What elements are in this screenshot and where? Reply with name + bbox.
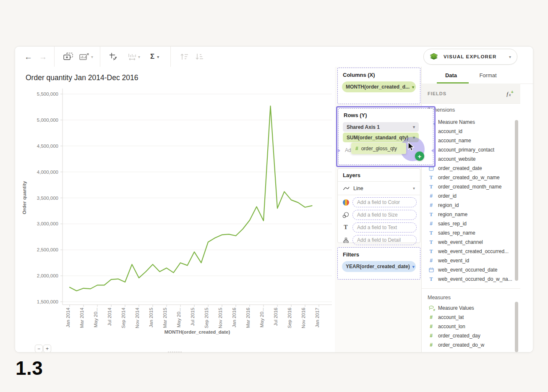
sort-descending-icon[interactable] bbox=[195, 53, 204, 60]
sigma-icon[interactable]: Σ ▾ bbox=[150, 52, 159, 61]
field-item[interactable]: #account_lat bbox=[422, 313, 520, 322]
field-item[interactable]: Tregion_name bbox=[422, 210, 520, 219]
field-item[interactable]: Torder_created_do_w_name bbox=[422, 173, 520, 182]
mouse-cursor-icon bbox=[407, 142, 416, 152]
field-item[interactable]: TMeasure Names bbox=[422, 118, 520, 127]
field-item[interactable]: Taccount_primary_contact bbox=[422, 145, 520, 154]
field-item[interactable]: Tsales_rep_name bbox=[422, 228, 520, 238]
svg-text:4,000,000: 4,000,000 bbox=[37, 170, 58, 175]
svg-text:Mar 2015: Mar 2015 bbox=[162, 308, 167, 328]
color-slot[interactable]: Add a field to Color bbox=[352, 197, 417, 207]
svg-text:May 20...: May 20... bbox=[259, 308, 264, 327]
shelf-resize-handle-left[interactable] bbox=[338, 149, 340, 153]
svg-text:2,000,000: 2,000,000 bbox=[37, 273, 58, 278]
color-icon bbox=[342, 199, 350, 206]
field-item[interactable]: Taccount_website bbox=[422, 154, 520, 164]
dimensions-list: TMeasure Names#account_idTaccount_nameTa… bbox=[422, 118, 520, 284]
zoom-in-button[interactable]: + bbox=[43, 345, 51, 353]
line-chart-icon bbox=[343, 186, 350, 191]
text-icon: T bbox=[428, 248, 434, 255]
field-item[interactable]: Tweb_event_channel bbox=[422, 238, 520, 247]
panel-tabs: Data Format bbox=[422, 67, 533, 84]
detail-icon bbox=[342, 238, 350, 243]
svg-text:Jul 2016: Jul 2016 bbox=[273, 308, 278, 326]
visual-explorer-button[interactable]: VISUAL EXPLORER ▾ bbox=[423, 49, 517, 65]
data-panel: Data Format FIELDS ƒx+ Dimensions TMeasu… bbox=[421, 67, 533, 352]
text-icon: T bbox=[428, 212, 434, 218]
swap-axes-icon[interactable] bbox=[109, 52, 118, 61]
text-icon: T bbox=[428, 239, 434, 246]
toolbar-divider bbox=[100, 47, 100, 67]
svg-text:Jan 2014: Jan 2014 bbox=[65, 307, 70, 327]
shared-axis-pill[interactable]: Shared Axis 1 ▾ bbox=[343, 122, 419, 132]
dragged-field-chip[interactable]: # order_gloss_qty bbox=[351, 143, 406, 154]
svg-text:Jul 2015: Jul 2015 bbox=[190, 308, 195, 326]
back-icon[interactable]: ← bbox=[24, 53, 32, 61]
chevron-down-icon: ▾ bbox=[412, 85, 414, 89]
dimensions-scrollbar[interactable] bbox=[515, 120, 518, 281]
sort-ascending-icon[interactable] bbox=[180, 53, 189, 60]
measures-scrollbar[interactable] bbox=[515, 302, 518, 352]
layers-label: Layers bbox=[338, 169, 420, 182]
svg-text:Jan 2015: Jan 2015 bbox=[149, 308, 154, 327]
forward-icon[interactable]: → bbox=[39, 53, 47, 61]
field-item[interactable]: order_created_date bbox=[422, 164, 520, 173]
svg-text:MONTH(order_created_date): MONTH(order_created_date) bbox=[164, 329, 230, 335]
canvas-drag-handle[interactable] bbox=[168, 352, 182, 353]
line-chart: 5,500,0005,000,0004,500,0004,000,0003,50… bbox=[15, 67, 335, 344]
field-item[interactable]: Torder_created_month_name bbox=[422, 182, 520, 191]
visual-explorer-window: ← → ▾ bbox=[15, 46, 533, 353]
field-item[interactable]: #order_id bbox=[422, 191, 520, 201]
field-item[interactable]: Tweb_event_created_occurred... bbox=[422, 247, 520, 256]
field-item[interactable]: Taccount_name bbox=[422, 136, 520, 145]
remove-chart-icon[interactable]: ▾ bbox=[79, 52, 93, 61]
chevron-down-icon: ▾ bbox=[413, 186, 415, 191]
visual-explorer-label: VISUAL EXPLORER bbox=[444, 54, 496, 59]
field-item[interactable]: #account_id bbox=[422, 127, 520, 136]
field-item[interactable]: #order_created_day bbox=[422, 331, 520, 340]
drop-add-icon: + bbox=[415, 152, 424, 161]
histogram-icon[interactable]: ▾ bbox=[128, 52, 140, 61]
field-item[interactable]: #order_created_do_w bbox=[422, 340, 520, 350]
shelf-resize-handle-right[interactable] bbox=[431, 149, 434, 153]
field-item[interactable]: #region_id bbox=[422, 201, 520, 210]
svg-text:4,500,000: 4,500,000 bbox=[37, 144, 58, 149]
size-slot[interactable]: Add a field to Size bbox=[352, 210, 417, 220]
number-icon: # bbox=[355, 146, 358, 152]
field-item[interactable]: #sales_rep_id bbox=[422, 219, 520, 228]
duplicate-chart-icon[interactable] bbox=[63, 52, 74, 61]
detail-slot[interactable]: Add a field to Detail bbox=[352, 235, 417, 245]
svg-text:1,500,000: 1,500,000 bbox=[37, 299, 58, 304]
add-formula-icon[interactable]: ƒx+ bbox=[506, 89, 514, 98]
svg-text:5,000,000: 5,000,000 bbox=[37, 118, 58, 123]
visual-explorer-logo-icon bbox=[429, 52, 439, 62]
chart-canvas: Order quantity Jan 2014-Dec 2016 5,500,0… bbox=[15, 67, 335, 353]
field-item[interactable]: #account_lon bbox=[422, 322, 520, 331]
tab-data[interactable]: Data bbox=[434, 67, 468, 84]
field-item[interactable]: #web_event_id bbox=[422, 256, 520, 265]
zoom-out-button[interactable]: − bbox=[35, 345, 43, 353]
field-item[interactable]: # bbox=[422, 350, 520, 352]
svg-text:5,500,000: 5,500,000 bbox=[37, 91, 58, 97]
field-item[interactable]: Tweb_event_occurred_do_w_na... bbox=[422, 274, 520, 284]
layer-type-dropdown[interactable]: Line ▾ bbox=[338, 182, 420, 195]
text-slot[interactable]: Add a field to Text bbox=[352, 222, 417, 233]
section-divider bbox=[422, 288, 520, 289]
filters-shelf: Filters YEAR(order_created_date) ▾ bbox=[337, 247, 420, 280]
number-icon: # bbox=[428, 193, 434, 199]
svg-text:Sep 2016: Sep 2016 bbox=[287, 308, 292, 328]
date-icon bbox=[428, 267, 434, 272]
chevron-down-icon: ▾ bbox=[157, 55, 159, 59]
columns-field-pill[interactable]: MONTH(order_created_d... ▾ bbox=[342, 81, 416, 92]
field-item[interactable]: web_event_occurred_date bbox=[422, 265, 520, 274]
tab-format[interactable]: Format bbox=[471, 67, 505, 84]
svg-text:3,500,000: 3,500,000 bbox=[37, 196, 58, 201]
fields-section-header: FIELDS ƒx+ bbox=[422, 84, 520, 104]
chevron-down-icon: ▾ bbox=[413, 125, 415, 129]
rows-shelf-highlight: Rows (Y) Shared Axis 1 ▾ SUM(order_stand… bbox=[336, 106, 436, 167]
field-item[interactable]: #Measure Values bbox=[422, 303, 520, 313]
number-icon: # bbox=[428, 324, 434, 329]
svg-text:Jan 2016: Jan 2016 bbox=[232, 308, 237, 327]
number-icon: # bbox=[428, 258, 434, 264]
filter-field-pill[interactable]: YEAR(order_created_date) ▾ bbox=[342, 261, 416, 272]
